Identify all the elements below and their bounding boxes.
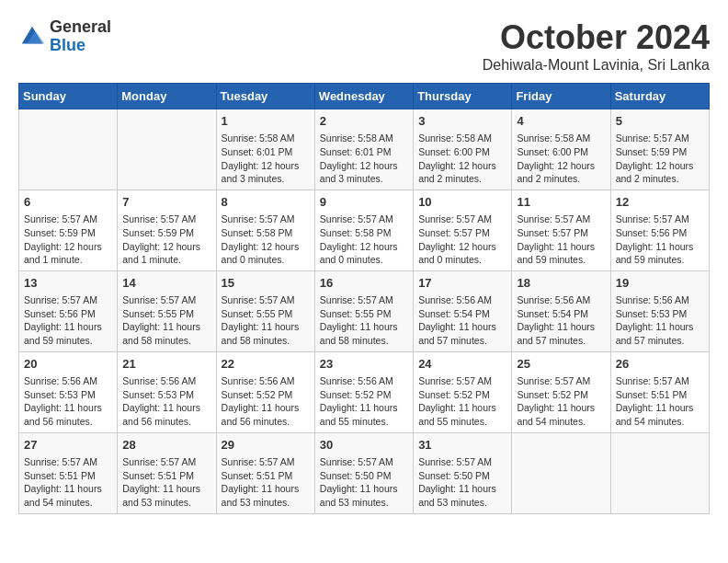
day-number: 6 [24, 194, 112, 211]
day-cell: 17Sunrise: 5:56 AMSunset: 5:54 PMDayligh… [414, 270, 512, 351]
day-number: 29 [222, 437, 310, 454]
day-info: Sunrise: 5:57 AMSunset: 5:50 PMDaylight:… [320, 455, 408, 510]
day-number: 14 [122, 275, 210, 292]
day-info: Sunrise: 5:57 AMSunset: 5:56 PMDaylight:… [616, 213, 704, 267]
day-info: Sunrise: 5:57 AMSunset: 5:50 PMDaylight:… [418, 455, 506, 510]
header-cell-wednesday: Wednesday [314, 84, 413, 109]
day-cell: 14Sunrise: 5:57 AMSunset: 5:55 PMDayligh… [118, 270, 216, 351]
day-number: 12 [616, 194, 704, 211]
day-info: Sunrise: 5:58 AMSunset: 6:00 PMDaylight:… [418, 132, 506, 186]
day-cell: 20Sunrise: 5:56 AMSunset: 5:53 PMDayligh… [19, 351, 118, 432]
day-number: 31 [418, 437, 506, 454]
day-number: 1 [222, 113, 310, 130]
day-cell: 12Sunrise: 5:57 AMSunset: 5:56 PMDayligh… [610, 190, 709, 270]
day-number: 11 [517, 194, 605, 211]
header-cell-thursday: Thursday [414, 84, 512, 109]
day-info: Sunrise: 5:57 AMSunset: 5:51 PMDaylight:… [616, 374, 704, 429]
day-number: 27 [24, 437, 112, 454]
day-cell: 9Sunrise: 5:57 AMSunset: 5:58 PMDaylight… [314, 190, 413, 270]
day-cell: 30Sunrise: 5:57 AMSunset: 5:50 PMDayligh… [314, 432, 413, 513]
day-info: Sunrise: 5:57 AMSunset: 5:58 PMDaylight:… [320, 213, 408, 267]
day-cell: 31Sunrise: 5:57 AMSunset: 5:50 PMDayligh… [414, 432, 512, 513]
day-number: 23 [320, 356, 408, 373]
day-number: 10 [418, 194, 506, 211]
day-cell: 1Sunrise: 5:58 AMSunset: 6:01 PMDaylight… [216, 109, 314, 190]
day-number: 4 [517, 113, 605, 130]
day-cell: 8Sunrise: 5:57 AMSunset: 5:58 PMDaylight… [216, 190, 314, 270]
day-cell: 3Sunrise: 5:58 AMSunset: 6:00 PMDaylight… [414, 109, 512, 190]
header-cell-saturday: Saturday [610, 84, 709, 109]
day-cell: 2Sunrise: 5:58 AMSunset: 6:01 PMDaylight… [314, 109, 413, 190]
day-cell: 10Sunrise: 5:57 AMSunset: 5:57 PMDayligh… [414, 190, 512, 270]
calendar-table: SundayMondayTuesdayWednesdayThursdayFrid… [18, 83, 710, 514]
day-number: 2 [320, 113, 408, 130]
day-info: Sunrise: 5:56 AMSunset: 5:54 PMDaylight:… [517, 293, 605, 348]
day-info: Sunrise: 5:57 AMSunset: 5:59 PMDaylight:… [122, 213, 210, 267]
day-number: 8 [222, 194, 310, 211]
title-area: October 2024 Dehiwala-Mount Lavinia, Sri… [483, 18, 710, 74]
day-info: Sunrise: 5:56 AMSunset: 5:53 PMDaylight:… [122, 374, 210, 429]
day-cell: 24Sunrise: 5:57 AMSunset: 5:52 PMDayligh… [414, 351, 512, 432]
header-cell-friday: Friday [512, 84, 610, 109]
day-info: Sunrise: 5:57 AMSunset: 5:51 PMDaylight:… [24, 455, 112, 510]
day-cell: 5Sunrise: 5:57 AMSunset: 5:59 PMDaylight… [610, 109, 709, 190]
logo-icon [18, 23, 46, 51]
week-row-4: 20Sunrise: 5:56 AMSunset: 5:53 PMDayligh… [19, 351, 710, 432]
logo-blue: Blue [50, 37, 111, 55]
day-number: 15 [222, 275, 310, 292]
logo: General Blue [18, 18, 111, 55]
day-cell: 22Sunrise: 5:56 AMSunset: 5:52 PMDayligh… [216, 351, 314, 432]
day-info: Sunrise: 5:57 AMSunset: 5:52 PMDaylight:… [517, 374, 605, 429]
logo-text: General Blue [50, 18, 111, 55]
day-number: 21 [122, 356, 210, 373]
day-number: 28 [122, 437, 210, 454]
day-cell: 26Sunrise: 5:57 AMSunset: 5:51 PMDayligh… [610, 351, 709, 432]
day-cell: 28Sunrise: 5:57 AMSunset: 5:51 PMDayligh… [118, 432, 216, 513]
week-row-3: 13Sunrise: 5:57 AMSunset: 5:56 PMDayligh… [19, 270, 710, 351]
header-cell-sunday: Sunday [19, 84, 118, 109]
day-number: 9 [320, 194, 408, 211]
day-info: Sunrise: 5:57 AMSunset: 5:59 PMDaylight:… [24, 213, 112, 267]
day-number: 20 [24, 356, 112, 373]
day-cell: 7Sunrise: 5:57 AMSunset: 5:59 PMDaylight… [118, 190, 216, 270]
day-cell: 6Sunrise: 5:57 AMSunset: 5:59 PMDaylight… [19, 190, 118, 270]
week-row-1: 1Sunrise: 5:58 AMSunset: 6:01 PMDaylight… [19, 109, 710, 190]
day-cell: 27Sunrise: 5:57 AMSunset: 5:51 PMDayligh… [19, 432, 118, 513]
day-cell: 21Sunrise: 5:56 AMSunset: 5:53 PMDayligh… [118, 351, 216, 432]
day-number: 26 [616, 356, 704, 373]
day-info: Sunrise: 5:56 AMSunset: 5:52 PMDaylight:… [320, 374, 408, 429]
day-info: Sunrise: 5:57 AMSunset: 5:58 PMDaylight:… [222, 213, 310, 267]
day-number: 3 [418, 113, 506, 130]
week-row-2: 6Sunrise: 5:57 AMSunset: 5:59 PMDaylight… [19, 190, 710, 270]
day-number: 13 [24, 275, 112, 292]
day-info: Sunrise: 5:57 AMSunset: 5:55 PMDaylight:… [122, 293, 210, 348]
location-subtitle: Dehiwala-Mount Lavinia, Sri Lanka [483, 57, 710, 74]
day-cell: 11Sunrise: 5:57 AMSunset: 5:57 PMDayligh… [512, 190, 610, 270]
header-cell-monday: Monday [118, 84, 216, 109]
month-title: October 2024 [483, 18, 710, 57]
day-cell [19, 109, 118, 190]
day-info: Sunrise: 5:57 AMSunset: 5:55 PMDaylight:… [222, 293, 310, 348]
day-number: 19 [616, 275, 704, 292]
header: General Blue October 2024 Dehiwala-Mount… [18, 18, 710, 74]
day-cell [610, 432, 709, 513]
day-number: 18 [517, 275, 605, 292]
day-cell: 23Sunrise: 5:56 AMSunset: 5:52 PMDayligh… [314, 351, 413, 432]
day-info: Sunrise: 5:58 AMSunset: 6:01 PMDaylight:… [320, 132, 408, 186]
day-info: Sunrise: 5:57 AMSunset: 5:51 PMDaylight:… [222, 455, 310, 510]
day-info: Sunrise: 5:58 AMSunset: 6:01 PMDaylight:… [222, 132, 310, 186]
day-info: Sunrise: 5:57 AMSunset: 5:51 PMDaylight:… [122, 455, 210, 510]
day-cell [512, 432, 610, 513]
week-row-5: 27Sunrise: 5:57 AMSunset: 5:51 PMDayligh… [19, 432, 710, 513]
day-info: Sunrise: 5:57 AMSunset: 5:52 PMDaylight:… [418, 374, 506, 429]
day-number: 22 [222, 356, 310, 373]
day-number: 17 [418, 275, 506, 292]
header-cell-tuesday: Tuesday [216, 84, 314, 109]
day-info: Sunrise: 5:57 AMSunset: 5:57 PMDaylight:… [517, 213, 605, 267]
day-cell: 25Sunrise: 5:57 AMSunset: 5:52 PMDayligh… [512, 351, 610, 432]
day-number: 30 [320, 437, 408, 454]
day-info: Sunrise: 5:56 AMSunset: 5:52 PMDaylight:… [222, 374, 310, 429]
day-cell [118, 109, 216, 190]
day-info: Sunrise: 5:56 AMSunset: 5:53 PMDaylight:… [616, 293, 704, 348]
day-number: 25 [517, 356, 605, 373]
